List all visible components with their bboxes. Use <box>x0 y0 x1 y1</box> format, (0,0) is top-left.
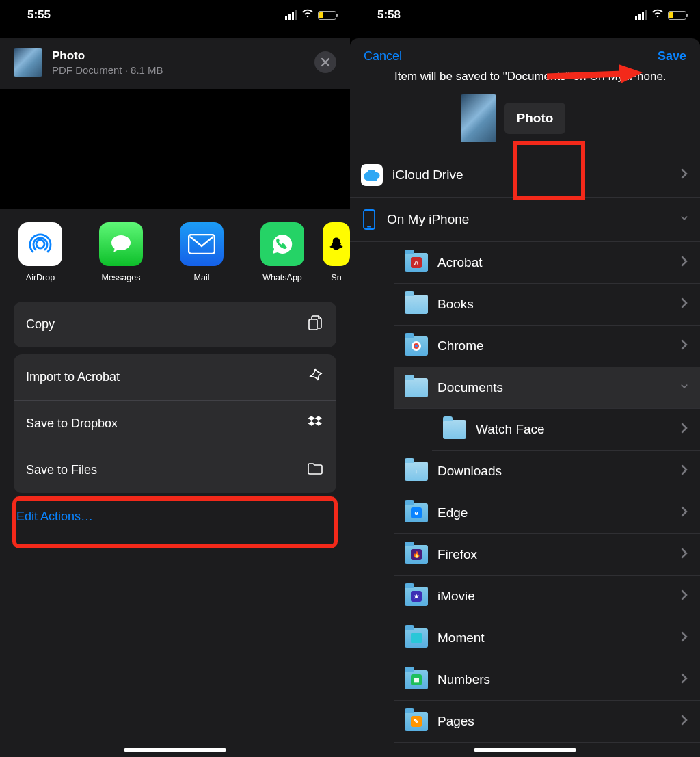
nav-bar: Cancel Save <box>350 38 700 69</box>
clock: 5:55 <box>27 8 51 22</box>
chevron-right-icon <box>681 255 688 270</box>
folder-pages[interactable]: ✎Pages <box>394 701 700 743</box>
share-app-messages[interactable]: Messages <box>81 222 161 282</box>
action-list: Copy Import to Acrobat Save to Dropbox <box>0 295 350 540</box>
share-app-mail[interactable]: Mail <box>161 222 242 282</box>
folder-icon <box>443 420 466 439</box>
signal-icon <box>285 10 297 20</box>
folder-acrobat[interactable]: AAcrobat <box>394 242 700 284</box>
battery-icon <box>318 11 336 20</box>
location-label: iCloud Drive <box>392 168 463 183</box>
svg-point-6 <box>415 345 418 347</box>
file-header: Photo PDF Document · 8.1 MB <box>0 38 350 89</box>
share-app-whatsapp[interactable]: WhatsApp <box>242 222 323 282</box>
location-label: On My iPhone <box>387 212 469 227</box>
svg-point-0 <box>36 240 44 248</box>
acrobat-icon <box>306 367 324 388</box>
save-to-files-screen: 5:58 Cancel Save Item will be saved to "… <box>350 0 700 757</box>
wifi-icon <box>651 8 664 22</box>
wifi-icon <box>301 8 314 22</box>
file-thumbnail <box>461 94 496 142</box>
action-label: Save to Files <box>26 463 97 477</box>
home-indicator[interactable] <box>474 748 576 752</box>
save-button[interactable]: Save <box>658 49 686 64</box>
folder-label: Books <box>438 297 474 312</box>
folder-edge[interactable]: eEdge <box>394 492 700 534</box>
edit-actions-link[interactable]: Edit Actions… <box>14 500 336 533</box>
folder-icon <box>405 295 428 314</box>
folder-watch-face[interactable]: Watch Face <box>432 409 700 451</box>
content-preview <box>0 89 350 209</box>
folder-chrome[interactable]: Chrome <box>394 326 700 367</box>
clock: 5:58 <box>377 8 401 22</box>
save-info-text: Item will be saved to "Documents" on On … <box>394 69 686 85</box>
folder-label: Firefox <box>438 547 477 562</box>
chevron-right-icon <box>681 547 688 562</box>
chevron-right-icon <box>681 589 688 604</box>
cancel-button[interactable]: Cancel <box>364 49 402 64</box>
folder-icon <box>405 628 428 648</box>
share-app-snapchat[interactable]: Sn <box>323 222 350 282</box>
action-import-acrobat[interactable]: Import to Acrobat <box>14 354 336 401</box>
home-indicator[interactable] <box>124 748 226 752</box>
app-label: WhatsApp <box>262 273 302 282</box>
location-icloud-drive[interactable]: iCloud Drive <box>350 153 700 198</box>
chevron-right-icon <box>681 168 688 183</box>
chevron-down-icon <box>681 212 688 227</box>
airdrop-icon <box>18 222 62 266</box>
file-title: Photo <box>52 49 305 63</box>
chevron-right-icon <box>681 422 688 437</box>
folder-firefox[interactable]: 🔥Firefox <box>394 534 700 576</box>
folder-icon: ▦ <box>405 670 428 689</box>
folder-icon: ↓ <box>405 462 428 481</box>
folder-books[interactable]: Books <box>394 284 700 326</box>
svg-rect-1 <box>189 235 215 254</box>
app-label: Messages <box>102 273 141 282</box>
folder-label: Downloads <box>438 464 502 479</box>
filename-field[interactable]: Photo <box>504 103 566 134</box>
folder-label: iMovie <box>438 589 475 604</box>
svg-rect-4 <box>367 226 371 228</box>
action-label: Import to Acrobat <box>26 370 120 384</box>
copy-icon <box>306 314 324 335</box>
folder-label: Chrome <box>438 338 484 354</box>
folder-label: Pages <box>438 714 474 729</box>
action-save-dropbox[interactable]: Save to Dropbox <box>14 401 336 447</box>
action-label: Save to Dropbox <box>26 416 118 431</box>
location-on-my-iphone[interactable]: On My iPhone <box>350 198 700 242</box>
action-save-to-files[interactable]: Save to Files <box>14 447 336 493</box>
folder-moment[interactable]: Moment <box>394 617 700 659</box>
mail-icon <box>180 222 224 266</box>
share-app-airdrop[interactable]: AirDrop <box>0 222 81 282</box>
file-thumbnail <box>14 48 42 77</box>
folder-downloads[interactable]: ↓Downloads <box>394 451 700 492</box>
action-copy[interactable]: Copy <box>14 302 336 347</box>
folder-icon <box>405 378 428 397</box>
icloud-icon <box>361 164 383 186</box>
folder-label: Documents <box>438 380 503 395</box>
app-label: Mail <box>194 273 210 282</box>
action-label: Copy <box>26 317 55 332</box>
share-apps-row: AirDrop Messages Mail WhatsApp Sn <box>0 209 350 295</box>
chevron-right-icon <box>681 630 688 646</box>
snapchat-icon <box>323 222 350 266</box>
signal-icon <box>635 10 647 20</box>
svg-rect-3 <box>364 210 375 229</box>
folder-icon: 🔥 <box>405 545 428 564</box>
app-label: AirDrop <box>26 273 55 282</box>
app-label: Sn <box>331 273 341 282</box>
folder-imovie[interactable]: ★iMovie <box>394 576 700 617</box>
folder-label: Moment <box>438 630 485 646</box>
folder-icon: ✎ <box>405 712 428 731</box>
folder-icon <box>405 336 428 356</box>
messages-icon <box>99 222 143 266</box>
file-subtitle: PDF Document · 8.1 MB <box>52 64 305 76</box>
chevron-down-icon <box>681 380 688 395</box>
folder-numbers[interactable]: ▦Numbers <box>394 659 700 701</box>
chevron-right-icon <box>681 714 688 729</box>
folder-documents[interactable]: Documents <box>394 367 700 409</box>
svg-rect-2 <box>309 319 317 330</box>
close-button[interactable] <box>314 51 336 73</box>
status-bar: 5:55 <box>0 0 350 30</box>
folder-label: Watch Face <box>476 422 545 437</box>
